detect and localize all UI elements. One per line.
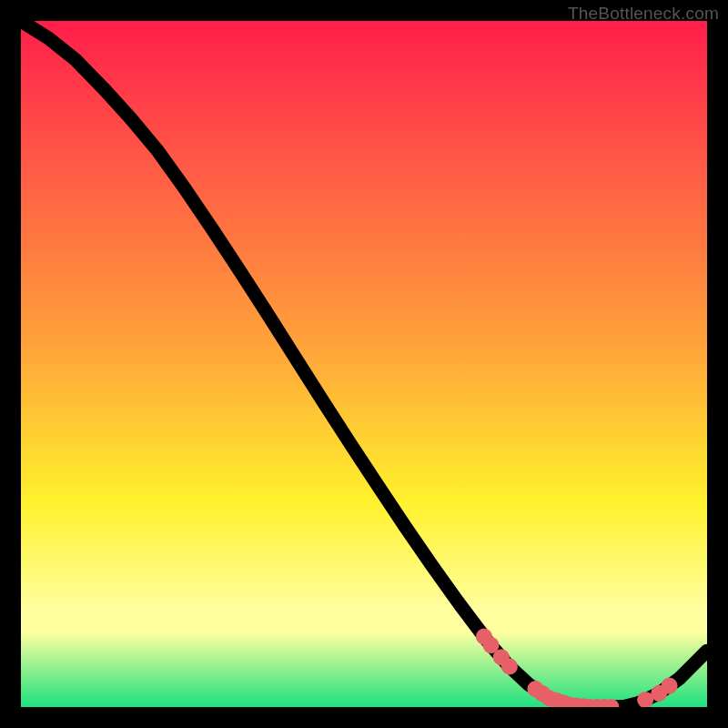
plot-area [21, 21, 707, 707]
curve-marker [604, 701, 617, 707]
curve-marker [484, 639, 497, 652]
curve-marker [503, 660, 516, 672]
curve-marker [639, 693, 652, 706]
curve-marker [662, 679, 675, 692]
gradient-background [21, 21, 707, 707]
plot-svg [21, 21, 707, 707]
chart-stage: TheBottleneck.com [0, 0, 728, 728]
